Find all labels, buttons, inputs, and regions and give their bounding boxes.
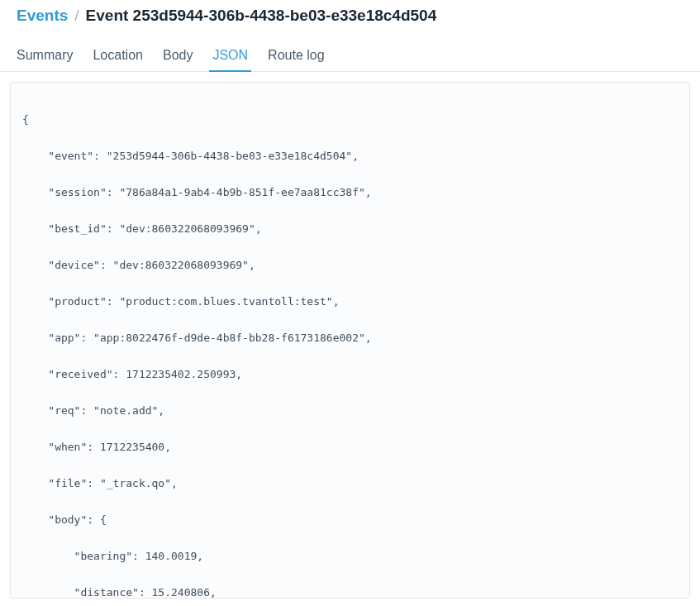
- tab-location[interactable]: Location: [93, 48, 143, 71]
- json-line: "session": "786a84a1-9ab4-4b9b-851f-ee7a…: [22, 184, 678, 202]
- tabs: Summary Location Body JSON Route log: [0, 48, 700, 72]
- json-line: "received": 1712235402.250993,: [22, 365, 678, 384]
- tab-route-log[interactable]: Route log: [268, 48, 325, 71]
- json-line: "distance": 15.240806,: [22, 584, 678, 599]
- json-line: "app": "app:8022476f-d9de-4b8f-bb28-f617…: [22, 329, 678, 347]
- breadcrumb-root-link[interactable]: Events: [17, 7, 68, 25]
- tab-body[interactable]: Body: [163, 48, 193, 71]
- json-line: {: [22, 111, 678, 129]
- json-line: "event": "253d5944-306b-4438-be03-e33e18…: [22, 147, 678, 165]
- breadcrumb-separator: /: [74, 7, 79, 25]
- json-line: "file": "_track.qo",: [22, 475, 678, 493]
- json-line: "best_id": "dev:860322068093969",: [22, 220, 678, 238]
- tab-json[interactable]: JSON: [212, 48, 248, 71]
- tab-summary[interactable]: Summary: [17, 48, 73, 71]
- breadcrumb: Events / Event 253d5944-306b-4438-be03-e…: [0, 0, 700, 25]
- json-line: "body": {: [22, 511, 678, 529]
- json-content-panel: { "event": "253d5944-306b-4438-be03-e33e…: [10, 82, 690, 599]
- json-line: "device": "dev:860322068093969",: [22, 256, 678, 274]
- page-title: Event 253d5944-306b-4438-be03-e33e18c4d5…: [86, 7, 437, 25]
- json-line: "when": 1712235400,: [22, 438, 678, 456]
- json-line: "bearing": 140.0019,: [22, 547, 678, 565]
- json-line: "req": "note.add",: [22, 402, 678, 420]
- json-line: "product": "product:com.blues.tvantoll:t…: [22, 293, 678, 311]
